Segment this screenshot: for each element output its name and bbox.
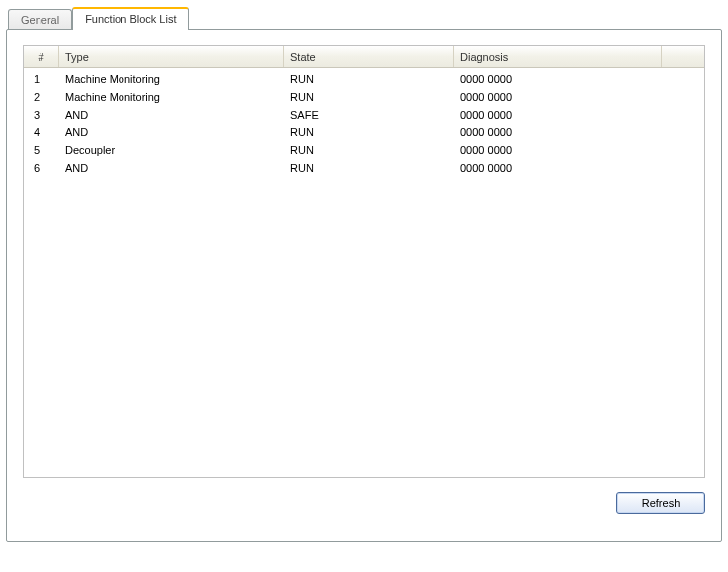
cell-number: 6 xyxy=(24,162,59,174)
column-header-tail xyxy=(662,46,704,67)
cell-type: AND xyxy=(59,109,284,121)
table-row[interactable]: 5DecouplerRUN0000 0000 xyxy=(24,141,704,159)
column-header-state[interactable]: State xyxy=(284,46,454,67)
cell-type: Decoupler xyxy=(59,144,284,156)
cell-diagnosis: 0000 0000 xyxy=(454,91,662,103)
tab-function-block-list[interactable]: Function Block List xyxy=(72,7,189,30)
cell-number: 4 xyxy=(24,126,59,138)
cell-diagnosis: 0000 0000 xyxy=(454,73,662,85)
cell-number: 1 xyxy=(24,73,59,85)
cell-state: RUN xyxy=(284,73,454,85)
tab-general[interactable]: General xyxy=(8,9,72,30)
table-row[interactable]: 4ANDRUN0000 0000 xyxy=(24,123,704,141)
cell-state: RUN xyxy=(284,126,454,138)
function-block-listview: # Type State Diagnosis 1Machine Monitori… xyxy=(23,45,705,478)
cell-diagnosis: 0000 0000 xyxy=(454,162,662,174)
column-header-diagnosis[interactable]: Diagnosis xyxy=(454,46,662,67)
table-row[interactable]: 6ANDRUN0000 0000 xyxy=(24,159,704,177)
column-header-type[interactable]: Type xyxy=(59,46,284,67)
cell-type: AND xyxy=(59,126,284,138)
button-row: Refresh xyxy=(23,492,705,514)
cell-type: AND xyxy=(59,162,284,174)
cell-number: 2 xyxy=(24,91,59,103)
cell-diagnosis: 0000 0000 xyxy=(454,144,662,156)
cell-state: SAFE xyxy=(284,109,454,121)
cell-diagnosis: 0000 0000 xyxy=(454,109,662,121)
listview-header: # Type State Diagnosis xyxy=(24,46,704,68)
cell-number: 5 xyxy=(24,144,59,156)
cell-number: 3 xyxy=(24,109,59,121)
cell-type: Machine Monitoring xyxy=(59,73,284,85)
table-row[interactable]: 3ANDSAFE0000 0000 xyxy=(24,106,704,123)
listview-body: 1Machine MonitoringRUN0000 00002Machine … xyxy=(24,68,704,177)
table-row[interactable]: 2Machine MonitoringRUN0000 0000 xyxy=(24,88,704,106)
tabs-container: General Function Block List # Type State… xyxy=(6,6,722,542)
cell-state: RUN xyxy=(284,162,454,174)
cell-state: RUN xyxy=(284,144,454,156)
table-row[interactable]: 1Machine MonitoringRUN0000 0000 xyxy=(24,70,704,88)
refresh-button[interactable]: Refresh xyxy=(616,492,705,514)
column-header-number[interactable]: # xyxy=(24,46,59,67)
cell-diagnosis: 0000 0000 xyxy=(454,126,662,138)
cell-state: RUN xyxy=(284,91,454,103)
tabs-row: General Function Block List xyxy=(8,6,722,29)
tab-panel: # Type State Diagnosis 1Machine Monitori… xyxy=(6,29,722,542)
cell-type: Machine Monitoring xyxy=(59,91,284,103)
